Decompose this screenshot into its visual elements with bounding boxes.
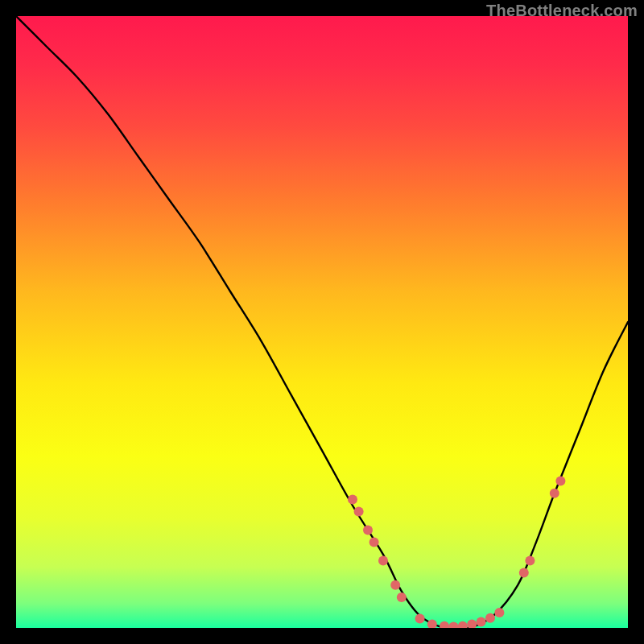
- highlight-dot: [354, 507, 364, 517]
- highlight-dot: [369, 538, 379, 547]
- gradient-background: [16, 16, 628, 628]
- highlight-dot: [485, 613, 495, 623]
- highlight-dot: [525, 555, 535, 565]
- highlight-dot: [397, 592, 407, 602]
- highlight-dot: [363, 525, 373, 535]
- bottleneck-chart: [16, 16, 628, 628]
- highlight-dot: [555, 477, 565, 486]
- highlight-dot: [550, 489, 559, 498]
- highlight-dot: [378, 555, 388, 565]
- chart-frame: [16, 16, 628, 628]
- highlight-dot: [348, 494, 357, 504]
- highlight-dot: [494, 608, 504, 617]
- highlight-dot: [477, 617, 486, 626]
- highlight-dot: [519, 568, 529, 578]
- highlight-dot: [415, 614, 425, 624]
- highlight-dot: [390, 580, 400, 590]
